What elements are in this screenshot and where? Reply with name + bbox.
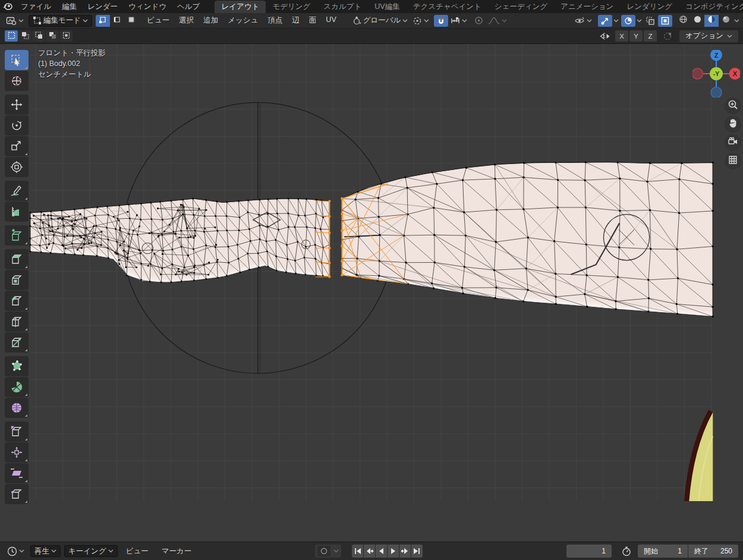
blender-logo-icon[interactable] [0,0,15,13]
viewport-menu-5[interactable]: 辺 [287,15,304,26]
shading-rendered[interactable] [719,15,733,27]
shading-material[interactable] [704,15,719,27]
tool-inset-faces[interactable] [5,270,29,290]
viewport-menu-6[interactable]: 面 [304,15,322,26]
menu-3[interactable]: ウィンドウ [123,0,172,13]
select-mode-vertex[interactable] [96,15,110,27]
tool-edge-slide[interactable] [5,421,29,442]
tool-shear[interactable] [5,463,29,483]
viewport-menu-4[interactable]: 頂点 [263,15,287,26]
mirror-icon[interactable] [597,30,613,42]
timeline-menu-1[interactable]: キーイング [64,545,118,557]
tab-4[interactable]: テクスチャペイント [407,1,488,13]
chevron-down-icon[interactable] [637,18,642,23]
menu-1[interactable]: 編集 [56,0,82,13]
menu-0[interactable]: ファイル [15,0,56,13]
chevron-down-icon[interactable] [734,18,739,23]
tool-extrude-region[interactable] [5,249,29,269]
viewport-menu-7[interactable]: UV [321,15,341,26]
tab-2[interactable]: スカルプト [317,1,368,13]
tool-box-select[interactable] [5,50,29,70]
tool-measure[interactable] [5,202,29,222]
start-frame-field[interactable]: 開始 1 [638,545,688,558]
editor-type-button[interactable] [4,15,26,27]
tool-move[interactable] [5,95,29,115]
tool-knife[interactable] [5,332,29,353]
snap-target-dropdown[interactable] [448,15,470,27]
gizmo-neg-x[interactable] [692,68,703,79]
tab-6[interactable]: アニメーション [554,1,620,13]
use-preview-range-toggle[interactable] [618,545,635,558]
select-option-subtract[interactable] [32,30,45,42]
chevron-down-icon[interactable] [333,549,339,553]
tab-7[interactable]: レンダリング [620,1,679,13]
tool-spin[interactable] [5,377,29,397]
next-keyframe-button[interactable] [399,545,411,558]
timeline-menu-3[interactable]: マーカー [157,545,197,557]
object-visibility-dropdown[interactable] [572,15,594,27]
current-frame-field[interactable]: 1 [566,545,612,558]
end-frame-field[interactable]: 終了 250 [688,545,738,558]
viewport-menu-2[interactable]: 追加 [199,15,223,26]
tool-rotate[interactable] [5,115,29,136]
nav-zoom-button[interactable] [725,97,741,114]
tab-0[interactable]: レイアウト [215,1,266,13]
show-gizmo-toggle[interactable] [598,15,612,27]
shading-solid[interactable] [690,15,704,27]
tool-annotate[interactable] [5,181,29,201]
select-option-invert[interactable] [46,30,59,42]
mirror-axis-x[interactable]: X [615,30,628,42]
gizmo-neg-z[interactable] [711,87,722,98]
viewport-canvas[interactable] [0,44,743,542]
snap-toggle[interactable] [434,15,448,27]
tool-transform[interactable] [5,157,29,177]
timeline-menu-0[interactable]: 再生 [30,545,61,557]
timeline-menu-2[interactable]: ビュー [121,545,153,557]
select-mode-edge[interactable] [110,15,124,27]
tab-8[interactable]: コンポジティング [679,1,743,13]
auto-keying-toggle[interactable] [317,546,330,556]
timeline-editor-type-button[interactable] [5,545,27,557]
mirror-axis-y[interactable]: Y [629,30,643,42]
show-overlays-toggle[interactable] [621,15,635,27]
mode-selector[interactable]: 編集モード [29,15,92,27]
tool-scale[interactable] [5,136,29,156]
mirror-axis-z[interactable]: Z [644,30,657,42]
tool-rip-region[interactable] [5,484,29,504]
menu-2[interactable]: レンダー [82,0,123,13]
play-reverse-button[interactable] [376,545,387,558]
tool-smooth[interactable] [5,398,29,418]
nav-camera-button[interactable] [725,134,741,151]
navigation-gizmo[interactable]: X Z -Y [692,50,740,97]
prev-keyframe-button[interactable] [364,545,375,558]
nav-grid-button[interactable] [725,153,741,169]
play-button[interactable] [388,545,399,558]
corner-object[interactable] [687,411,713,501]
options-dropdown[interactable]: オプション [679,30,738,42]
chevron-down-icon[interactable] [613,18,619,23]
tab-1[interactable]: モデリング [266,1,317,13]
proportional-edit-toggle[interactable] [472,15,486,27]
shading-wireframe[interactable] [676,15,690,27]
select-option-intersect[interactable] [59,30,73,42]
transform-orientation-dropdown[interactable]: グローバル [350,15,411,27]
tool-poly-build[interactable] [5,356,29,376]
viewport-menu-3[interactable]: メッシュ [223,15,263,26]
xray-toggle[interactable] [644,15,656,27]
select-option-new[interactable] [5,30,18,42]
viewport-menu-0[interactable]: ビュー [142,15,174,26]
select-option-extend[interactable] [18,30,32,42]
forearm-mesh[interactable] [341,161,714,317]
viewport-3d[interactable]: フロント・平行投影 (1) Body.002 センチメートル X Z -Y [0,44,743,542]
proportional-falloff-dropdown[interactable] [486,15,509,27]
viewport-menu-1[interactable]: 選択 [174,15,199,26]
tool-loop-cut[interactable] [5,312,29,332]
hand-mesh[interactable] [29,197,330,284]
snap-base-icon[interactable] [660,30,675,42]
tool-shrink-fatten[interactable] [5,442,29,463]
tool-bevel[interactable] [5,291,29,311]
tool-cursor[interactable] [5,71,29,91]
nav-pan-button[interactable] [725,116,741,133]
xray-button[interactable] [658,15,672,27]
menu-4[interactable]: ヘルプ [172,0,205,13]
